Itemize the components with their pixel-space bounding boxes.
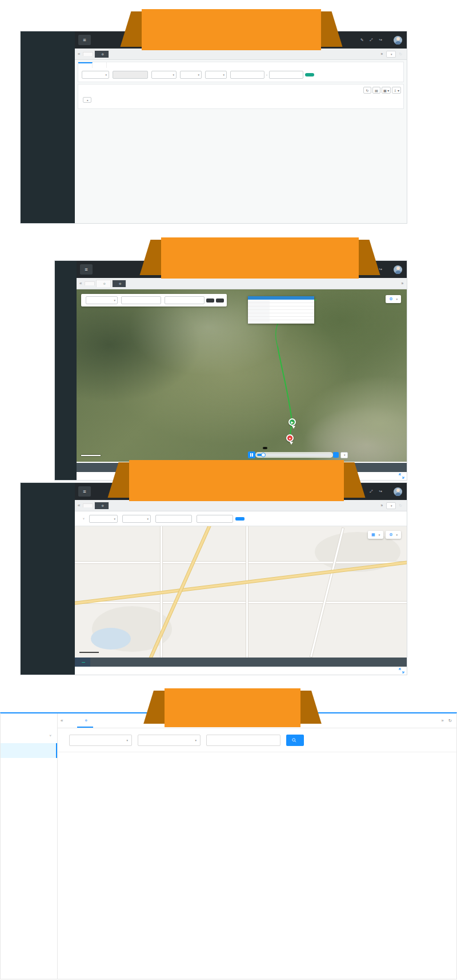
sidebar bbox=[21, 483, 75, 675]
logout-link[interactable]: ↪ bbox=[379, 267, 383, 272]
alarm-table-card: ↻ ▤ ▦ ▾ ⇩ ▾ ▴ bbox=[78, 84, 404, 109]
avatar[interactable] bbox=[394, 265, 402, 274]
tab-track-playback[interactable]: ⚙ bbox=[112, 280, 126, 287]
tab-alarm-processing[interactable]: ⚙ bbox=[96, 280, 110, 287]
zone-select[interactable]: ▾ bbox=[69, 735, 132, 746]
tabs-scroll-right-icon[interactable]: » bbox=[442, 718, 444, 723]
tab-home[interactable] bbox=[83, 52, 93, 56]
fullscreen-link[interactable]: ⤢ bbox=[370, 38, 374, 42]
refresh-table-icon[interactable]: ↻ bbox=[363, 87, 371, 94]
tabs-scroll-left-icon[interactable]: « bbox=[77, 281, 85, 286]
alarm-heatmap[interactable]: ▦▾ ⚙▾ bbox=[75, 526, 407, 659]
gear-icon[interactable]: ⚙ bbox=[85, 719, 87, 722]
gear-icon[interactable]: ⚙ bbox=[101, 504, 103, 507]
time-from-input[interactable] bbox=[121, 296, 161, 304]
handled-filter-select[interactable]: ▾ bbox=[205, 71, 227, 79]
plate-select[interactable]: ▾ bbox=[89, 515, 118, 523]
start-marker[interactable]: ▶ bbox=[288, 418, 296, 426]
sidebar bbox=[21, 31, 75, 223]
plate-filter-select[interactable]: ▾ bbox=[82, 71, 109, 79]
tab-operations-button[interactable]: ▾ bbox=[386, 502, 396, 509]
playback-stop-button[interactable] bbox=[333, 452, 339, 458]
satellite-map[interactable]: ▾ ⚙▾ ▶ ● bbox=[77, 289, 407, 462]
avatar[interactable] bbox=[394, 36, 402, 45]
refresh-button[interactable]: ↻ bbox=[399, 503, 403, 508]
avatar[interactable] bbox=[394, 487, 402, 496]
gear-icon[interactable]: ⚙ bbox=[101, 53, 103, 56]
tabs-scroll-left-icon[interactable]: « bbox=[75, 503, 83, 508]
time-from-input[interactable] bbox=[155, 515, 192, 523]
legend-button[interactable]: ▦▾ bbox=[368, 531, 383, 539]
pagination: ▴ bbox=[80, 95, 402, 105]
refresh-button[interactable]: ↻ bbox=[448, 718, 452, 723]
type-select[interactable]: ▾ bbox=[122, 515, 151, 523]
time-from-input[interactable] bbox=[230, 71, 264, 79]
time-to-input[interactable] bbox=[165, 296, 205, 304]
columns-icon[interactable]: ▦ ▾ bbox=[382, 87, 391, 94]
wrench-icon: ⚙ bbox=[389, 533, 392, 537]
toolbar-button[interactable]: ⚙▾ bbox=[386, 295, 401, 303]
query-button[interactable] bbox=[305, 73, 314, 76]
menu-toggle-icon[interactable]: ≡ bbox=[78, 486, 91, 497]
current-marker[interactable]: ● bbox=[286, 434, 294, 442]
type-filter-select[interactable]: ▾ bbox=[151, 71, 177, 79]
playback-slider[interactable] bbox=[257, 454, 331, 456]
time-to-input[interactable] bbox=[197, 515, 233, 523]
vehicle-popup bbox=[248, 296, 314, 324]
per-page-select[interactable]: ▴ bbox=[83, 97, 91, 103]
sidebar-item-map-mode[interactable] bbox=[1, 713, 57, 728]
expand-icon[interactable] bbox=[399, 668, 404, 674]
sidebar-item-list-mode[interactable]: ˅ bbox=[1, 728, 57, 743]
logout-link[interactable]: ↪ bbox=[379, 38, 383, 42]
sidebar-item-unload-point[interactable] bbox=[1, 773, 57, 788]
query-button[interactable] bbox=[235, 517, 244, 521]
footer bbox=[75, 667, 407, 675]
tabs-scroll-right-icon[interactable]: » bbox=[380, 52, 383, 56]
tabs-scroll-right-icon[interactable]: » bbox=[380, 503, 383, 507]
menu-toggle-icon[interactable]: ≡ bbox=[78, 35, 91, 45]
gear-icon[interactable]: ⚙ bbox=[119, 282, 121, 285]
change-password-link[interactable]: ✎ bbox=[360, 38, 364, 42]
track-polyline bbox=[77, 289, 407, 462]
subtab-video-alarm[interactable] bbox=[93, 62, 107, 68]
tab-alarm-map[interactable]: ⚙ bbox=[94, 502, 109, 509]
subtab-timeout-alarm[interactable] bbox=[78, 62, 93, 68]
tab-map-mode[interactable] bbox=[66, 713, 77, 728]
sidebar-item-transport-vehicle[interactable] bbox=[1, 758, 57, 773]
query-button[interactable] bbox=[206, 299, 214, 303]
tab-home[interactable] bbox=[83, 503, 93, 507]
tab-alarm-processing[interactable]: ⚙ bbox=[94, 50, 109, 58]
screenshot-oil-points: ˅ « ⚙ » ↻ ▾ ▾ bbox=[0, 712, 457, 979]
toolbar-button[interactable]: ⚙▾ bbox=[386, 531, 401, 539]
logout-link[interactable]: ↪ bbox=[379, 489, 383, 494]
tabs-scroll-right-icon[interactable]: » bbox=[401, 281, 403, 285]
tab-cargo-point[interactable]: ⚙ bbox=[77, 713, 93, 728]
legend-icon: ▦ bbox=[371, 533, 375, 537]
tabs-scroll-left-icon[interactable]: « bbox=[58, 718, 66, 723]
query-button[interactable] bbox=[286, 735, 304, 746]
pause-button[interactable] bbox=[248, 451, 255, 458]
tab-operations-button[interactable]: ▾ bbox=[386, 51, 396, 58]
menu-toggle-icon[interactable]: ≡ bbox=[80, 264, 93, 275]
page-tabbar: « ⚙ » ▾ ↻ bbox=[75, 500, 407, 511]
org-filter-input[interactable] bbox=[113, 71, 148, 79]
gear-icon[interactable]: ⚙ bbox=[103, 282, 105, 285]
tank-code-input[interactable] bbox=[206, 735, 280, 746]
level-filter-select[interactable]: ▾ bbox=[180, 71, 202, 79]
sidebar-item-cargo-point[interactable] bbox=[1, 743, 57, 758]
tabs-scroll-left-icon[interactable]: « bbox=[75, 51, 83, 57]
fullscreen-link[interactable]: ⤢ bbox=[370, 489, 374, 494]
well-select[interactable]: ▾ bbox=[138, 735, 201, 746]
list-view-icon[interactable]: ▤ bbox=[372, 87, 380, 94]
refresh-button[interactable]: ↻ bbox=[399, 52, 403, 57]
time-to-input[interactable] bbox=[269, 71, 303, 79]
expand-icon[interactable] bbox=[399, 473, 404, 479]
playback-speed-select[interactable]: ▾ bbox=[340, 452, 348, 458]
tab-home[interactable] bbox=[85, 281, 95, 285]
sidebar-item-level-management[interactable] bbox=[1, 802, 57, 817]
plate-select[interactable]: ▾ bbox=[86, 296, 118, 304]
export-icon[interactable]: ⇩ ▾ bbox=[392, 87, 401, 94]
alarm-info-tab[interactable] bbox=[75, 658, 90, 667]
sidebar-item-lock-management[interactable] bbox=[1, 788, 57, 802]
video-monitor-button[interactable] bbox=[216, 299, 224, 303]
